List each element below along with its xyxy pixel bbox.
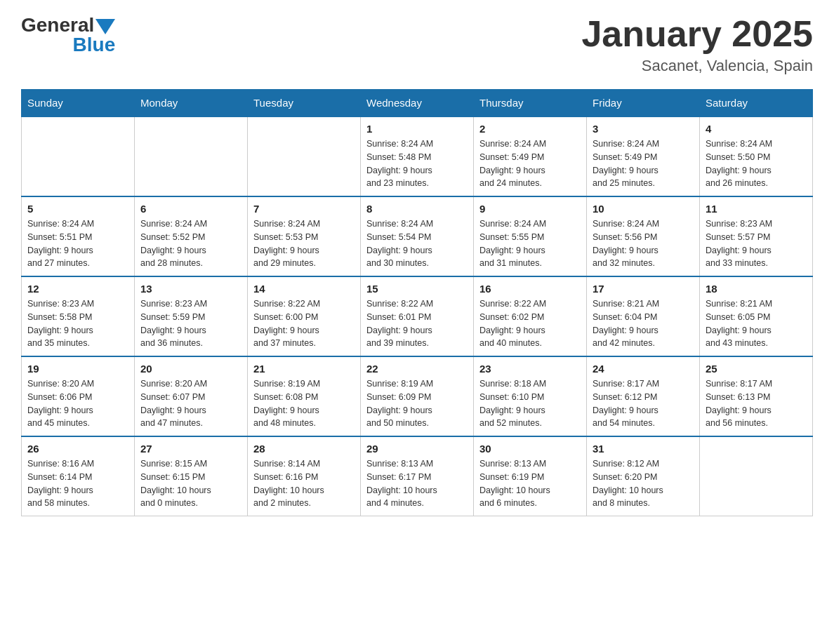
day-info: Sunrise: 8:19 AMSunset: 6:08 PMDaylight:… [253,377,355,430]
day-info: Sunrise: 8:13 AMSunset: 6:17 PMDaylight:… [366,457,468,510]
day-info: Sunrise: 8:19 AMSunset: 6:09 PMDaylight:… [366,377,468,430]
calendar-subtitle: Sacanet, Valencia, Spain [581,57,813,75]
header-friday: Friday [587,90,700,117]
day-number: 14 [253,283,355,295]
day-number: 3 [593,123,694,135]
day-number: 26 [27,443,128,455]
calendar-cell: 31Sunrise: 8:12 AMSunset: 6:20 PMDayligh… [587,436,700,516]
calendar-cell: 14Sunrise: 8:22 AMSunset: 6:00 PMDayligh… [248,276,361,356]
day-info: Sunrise: 8:24 AMSunset: 5:51 PMDaylight:… [27,217,128,270]
calendar-cell: 17Sunrise: 8:21 AMSunset: 6:04 PMDayligh… [587,276,700,356]
calendar-cell: 16Sunrise: 8:22 AMSunset: 6:02 PMDayligh… [474,276,587,356]
day-info: Sunrise: 8:17 AMSunset: 6:13 PMDaylight:… [706,377,807,430]
calendar-cell: 4Sunrise: 8:24 AMSunset: 5:50 PMDaylight… [700,116,813,196]
day-info: Sunrise: 8:21 AMSunset: 6:04 PMDaylight:… [593,297,694,350]
day-info: Sunrise: 8:21 AMSunset: 6:05 PMDaylight:… [706,297,807,350]
calendar-cell: 3Sunrise: 8:24 AMSunset: 5:49 PMDaylight… [587,116,700,196]
week-row-4: 19Sunrise: 8:20 AMSunset: 6:06 PMDayligh… [22,356,813,436]
day-info: Sunrise: 8:24 AMSunset: 5:49 PMDaylight:… [593,137,694,190]
calendar-cell: 7Sunrise: 8:24 AMSunset: 5:53 PMDaylight… [248,196,361,276]
calendar-cell: 11Sunrise: 8:23 AMSunset: 5:57 PMDayligh… [700,196,813,276]
calendar-cell: 26Sunrise: 8:16 AMSunset: 6:14 PMDayligh… [22,436,135,516]
calendar-cell: 15Sunrise: 8:22 AMSunset: 6:01 PMDayligh… [361,276,474,356]
calendar-table: SundayMondayTuesdayWednesdayThursdayFrid… [21,89,813,516]
day-number: 28 [253,443,355,455]
header: General Blue January 2025 Sacanet, Valen… [21,14,813,75]
calendar-cell: 24Sunrise: 8:17 AMSunset: 6:12 PMDayligh… [587,356,700,436]
day-number: 4 [706,123,807,135]
day-number: 24 [593,363,694,375]
day-info: Sunrise: 8:20 AMSunset: 6:07 PMDaylight:… [140,377,241,430]
day-info: Sunrise: 8:24 AMSunset: 5:50 PMDaylight:… [706,137,807,190]
calendar-cell: 10Sunrise: 8:24 AMSunset: 5:56 PMDayligh… [587,196,700,276]
day-number: 8 [366,203,468,215]
day-number: 1 [366,123,468,135]
day-number: 31 [593,443,694,455]
day-info: Sunrise: 8:24 AMSunset: 5:52 PMDaylight:… [140,217,241,270]
calendar-cell: 25Sunrise: 8:17 AMSunset: 6:13 PMDayligh… [700,356,813,436]
day-number: 19 [27,363,128,375]
day-number: 12 [27,283,128,295]
day-number: 25 [706,363,807,375]
calendar-cell [22,116,135,196]
calendar-cell: 9Sunrise: 8:24 AMSunset: 5:55 PMDaylight… [474,196,587,276]
calendar-cell: 8Sunrise: 8:24 AMSunset: 5:54 PMDaylight… [361,196,474,276]
calendar-cell: 5Sunrise: 8:24 AMSunset: 5:51 PMDaylight… [22,196,135,276]
day-info: Sunrise: 8:24 AMSunset: 5:48 PMDaylight:… [366,137,468,190]
calendar-header: SundayMondayTuesdayWednesdayThursdayFrid… [22,90,813,117]
week-row-3: 12Sunrise: 8:23 AMSunset: 5:58 PMDayligh… [22,276,813,356]
day-number: 10 [593,203,694,215]
day-number: 22 [366,363,468,375]
day-info: Sunrise: 8:18 AMSunset: 6:10 PMDaylight:… [479,377,581,430]
day-info: Sunrise: 8:17 AMSunset: 6:12 PMDaylight:… [593,377,694,430]
day-number: 27 [140,443,241,455]
day-info: Sunrise: 8:24 AMSunset: 5:55 PMDaylight:… [479,217,581,270]
calendar-cell: 12Sunrise: 8:23 AMSunset: 5:58 PMDayligh… [22,276,135,356]
day-number: 21 [253,363,355,375]
day-number: 13 [140,283,241,295]
title-section: January 2025 Sacanet, Valencia, Spain [581,14,813,75]
header-row: SundayMondayTuesdayWednesdayThursdayFrid… [22,90,813,117]
calendar-cell: 18Sunrise: 8:21 AMSunset: 6:05 PMDayligh… [700,276,813,356]
day-info: Sunrise: 8:24 AMSunset: 5:56 PMDaylight:… [593,217,694,270]
day-info: Sunrise: 8:24 AMSunset: 5:54 PMDaylight:… [366,217,468,270]
day-number: 20 [140,363,241,375]
logo: General Blue [21,14,115,56]
day-info: Sunrise: 8:20 AMSunset: 6:06 PMDaylight:… [27,377,128,430]
header-saturday: Saturday [700,90,813,117]
week-row-1: 1Sunrise: 8:24 AMSunset: 5:48 PMDaylight… [22,116,813,196]
calendar-cell: 30Sunrise: 8:13 AMSunset: 6:19 PMDayligh… [474,436,587,516]
day-info: Sunrise: 8:24 AMSunset: 5:49 PMDaylight:… [479,137,581,190]
day-number: 18 [706,283,807,295]
day-number: 5 [27,203,128,215]
logo-triangle-icon [95,19,115,34]
day-info: Sunrise: 8:22 AMSunset: 6:00 PMDaylight:… [253,297,355,350]
calendar-cell: 20Sunrise: 8:20 AMSunset: 6:07 PMDayligh… [135,356,248,436]
day-info: Sunrise: 8:13 AMSunset: 6:19 PMDaylight:… [479,457,581,510]
day-number: 30 [479,443,581,455]
calendar-cell [248,116,361,196]
calendar-cell: 2Sunrise: 8:24 AMSunset: 5:49 PMDaylight… [474,116,587,196]
day-info: Sunrise: 8:23 AMSunset: 5:57 PMDaylight:… [706,217,807,270]
day-number: 9 [479,203,581,215]
calendar-cell: 27Sunrise: 8:15 AMSunset: 6:15 PMDayligh… [135,436,248,516]
calendar-cell: 6Sunrise: 8:24 AMSunset: 5:52 PMDaylight… [135,196,248,276]
day-number: 6 [140,203,241,215]
day-number: 11 [706,203,807,215]
calendar-cell: 28Sunrise: 8:14 AMSunset: 6:16 PMDayligh… [248,436,361,516]
day-number: 2 [479,123,581,135]
header-sunday: Sunday [22,90,135,117]
calendar-cell: 29Sunrise: 8:13 AMSunset: 6:17 PMDayligh… [361,436,474,516]
calendar-cell: 1Sunrise: 8:24 AMSunset: 5:48 PMDaylight… [361,116,474,196]
calendar-cell: 23Sunrise: 8:18 AMSunset: 6:10 PMDayligh… [474,356,587,436]
day-number: 15 [366,283,468,295]
calendar-cell: 21Sunrise: 8:19 AMSunset: 6:08 PMDayligh… [248,356,361,436]
day-number: 23 [479,363,581,375]
day-info: Sunrise: 8:23 AMSunset: 5:58 PMDaylight:… [27,297,128,350]
week-row-2: 5Sunrise: 8:24 AMSunset: 5:51 PMDaylight… [22,196,813,276]
day-info: Sunrise: 8:14 AMSunset: 6:16 PMDaylight:… [253,457,355,510]
week-row-5: 26Sunrise: 8:16 AMSunset: 6:14 PMDayligh… [22,436,813,516]
day-info: Sunrise: 8:24 AMSunset: 5:53 PMDaylight:… [253,217,355,270]
calendar-title: January 2025 [581,14,813,54]
header-wednesday: Wednesday [361,90,474,117]
